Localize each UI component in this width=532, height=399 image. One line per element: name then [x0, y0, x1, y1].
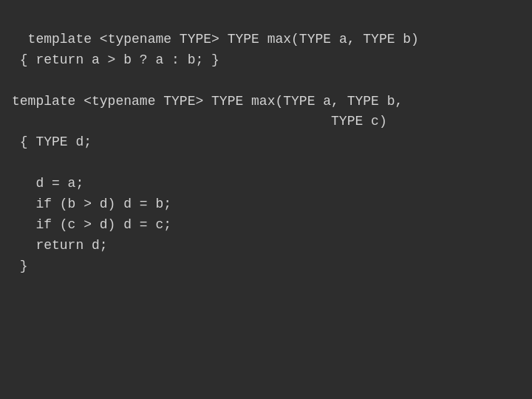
code-line-1: template <typename TYPE> TYPE max(TYPE a…	[12, 32, 419, 273]
code-display: template <typename TYPE> TYPE max(TYPE a…	[12, 9, 520, 277]
